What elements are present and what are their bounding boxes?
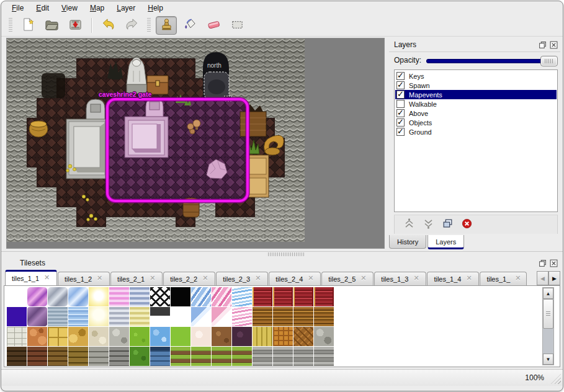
tile-swatch-brown-stripe[interactable] <box>314 307 334 326</box>
open-map-button[interactable] <box>41 16 62 35</box>
duplicate-layer-button[interactable] <box>442 218 454 231</box>
tile-swatch-yellow-tile[interactable] <box>48 327 68 346</box>
tileset-tab[interactable]: tiles_1_2 <box>58 272 110 285</box>
splitter-grip[interactable] <box>268 252 305 256</box>
menu-item[interactable]: View <box>56 2 83 14</box>
tile-swatch-blue-brick[interactable] <box>150 347 170 366</box>
tileset-tab[interactable]: tiles_2_1 <box>110 272 163 285</box>
tile-swatch-brown-stripe[interactable] <box>273 307 293 326</box>
opacity-slider[interactable] <box>426 55 558 65</box>
tile-swatch-gray-stone-wall[interactable] <box>89 347 109 366</box>
tab-close-icon[interactable] <box>97 276 103 282</box>
tile-swatch-grass-dirt-rows[interactable] <box>212 347 231 366</box>
map-canvas[interactable]: north <box>7 38 305 242</box>
tab-close-icon[interactable] <box>413 276 419 282</box>
tile-swatch-black[interactable] <box>171 287 190 306</box>
eraser-tool-button[interactable] <box>203 16 224 35</box>
tile-swatch-blue-zigzag[interactable] <box>232 287 252 306</box>
tile-swatch-orange-cobble[interactable] <box>27 327 47 346</box>
tile-swatch-red-carpet[interactable] <box>273 287 293 306</box>
tile-swatch-green-hedge[interactable] <box>130 347 150 366</box>
tile-swatch-gray-crystal[interactable] <box>48 287 68 306</box>
select-tool-button[interactable] <box>226 16 248 35</box>
resize-grip[interactable] <box>551 374 561 384</box>
tile-swatch-brown-brick[interactable] <box>48 347 68 366</box>
tile-swatch-dark-sign[interactable] <box>150 307 170 326</box>
tile-swatch-gray-stones[interactable] <box>314 327 334 346</box>
horizontal-splitter[interactable] <box>1 250 563 256</box>
tileset-tab[interactable]: tiles_1_4 <box>427 272 479 285</box>
tile-swatch-red-carpet[interactable] <box>253 287 272 306</box>
menu-item[interactable]: File <box>6 2 29 14</box>
tile-swatch-red-carpet[interactable] <box>314 287 334 306</box>
tile-swatch-gray-brick-rows[interactable] <box>314 347 334 366</box>
tile-swatch-gray-brick[interactable] <box>109 347 129 366</box>
tile-swatch-red-brown-brick[interactable] <box>27 347 47 366</box>
layer-visibility-checkbox[interactable] <box>396 72 405 80</box>
tile-swatch-orange-weave[interactable] <box>273 327 293 346</box>
tile-swatch-beige-pebble[interactable] <box>89 327 109 346</box>
tile-swatch-pink-zigzag[interactable] <box>232 307 252 326</box>
tile-swatch-empty[interactable] <box>7 287 27 306</box>
tile-swatch-blue-corner[interactable] <box>191 307 211 326</box>
tab-close-icon[interactable] <box>515 276 520 282</box>
tab-close-icon[interactable] <box>150 276 156 282</box>
tile-swatch-blue-water[interactable] <box>68 307 88 326</box>
close-panel-button[interactable] <box>549 40 558 49</box>
undo-button[interactable] <box>97 16 119 35</box>
tab-close-icon[interactable] <box>360 276 367 282</box>
tile-swatch-indigo[interactable] <box>7 307 27 326</box>
tile-swatch-bright-grass[interactable] <box>171 327 190 346</box>
tile-swatch-pink-corner[interactable] <box>212 307 231 326</box>
tab-close-icon[interactable] <box>466 276 472 282</box>
tile-swatch-yellow-glow[interactable] <box>89 287 109 306</box>
scroll-up-arrow-icon[interactable]: ▲ <box>543 288 553 299</box>
layer-row[interactable]: Mapevents <box>395 90 557 99</box>
tile-swatch-green-grass[interactable] <box>130 327 150 346</box>
tab-scroll-right-button[interactable]: ▶ <box>548 271 560 285</box>
tile-swatch-grass-dirt-rows[interactable] <box>171 347 190 366</box>
stamp-tool-button[interactable] <box>156 16 177 35</box>
toolbar-drag-handle[interactable] <box>147 18 151 33</box>
tile-swatch-brown-herringbone[interactable] <box>293 327 313 346</box>
layer-visibility-checkbox[interactable] <box>396 128 405 136</box>
layer-row[interactable]: Objects <box>395 118 557 127</box>
dock-tab[interactable]: Layers <box>427 235 464 249</box>
tile-swatch-yellow-planks[interactable] <box>253 327 272 346</box>
layer-row[interactable]: Above <box>395 109 557 118</box>
tileset-grid[interactable] <box>7 287 334 366</box>
tile-swatch-blue-diag[interactable] <box>191 287 211 306</box>
tile-swatch-pink-diag[interactable] <box>212 287 231 306</box>
tileset-tab[interactable]: tiles_1_1 <box>5 270 57 285</box>
new-map-button[interactable] <box>17 16 38 35</box>
tile-swatch-red-carpet[interactable] <box>293 287 313 306</box>
save-map-button[interactable] <box>65 16 86 35</box>
dock-tab[interactable]: History <box>389 235 426 249</box>
tab-close-icon[interactable] <box>202 276 208 282</box>
tile-swatch-gray-stripes[interactable] <box>109 307 129 326</box>
layer-visibility-checkbox[interactable] <box>396 100 405 108</box>
tile-swatch-grayblue-water[interactable] <box>48 307 68 326</box>
float-panel-button[interactable] <box>538 40 547 49</box>
tileset-tab[interactable]: tiles_2_4 <box>269 272 321 285</box>
tile-swatch-brown-stripe[interactable] <box>293 307 313 326</box>
redo-button[interactable] <box>121 16 142 35</box>
tab-scroll-left-button[interactable]: ◀ <box>537 271 548 285</box>
tileset-tab[interactable]: tiles_2_3 <box>216 272 268 285</box>
toolbar-drag-handle[interactable] <box>9 18 12 33</box>
layer-row[interactable]: Walkable <box>395 99 557 109</box>
tile-swatch-brown-stripe[interactable] <box>253 307 272 326</box>
tile-swatch-brown-dirt[interactable] <box>212 327 231 346</box>
tileset-tab[interactable]: tiles_2_2 <box>163 272 215 285</box>
layer-row[interactable]: Ground <box>395 127 557 136</box>
layer-row[interactable]: Keys <box>395 71 557 81</box>
tile-swatch-dark-brown-brick[interactable] <box>7 347 27 366</box>
tile-swatch-pale-pink[interactable] <box>191 327 211 346</box>
opacity-slider-handle[interactable] <box>540 56 558 66</box>
layer-row[interactable]: Spawn <box>395 81 557 90</box>
tile-swatch-gray-brick-rows[interactable] <box>273 347 293 366</box>
menu-item[interactable]: Layer <box>111 2 141 14</box>
tile-swatch-pale-yellow[interactable] <box>89 307 109 326</box>
tile-swatch-white-stone[interactable] <box>7 327 27 346</box>
tile-swatch-bluegray-stripes[interactable] <box>130 287 150 306</box>
